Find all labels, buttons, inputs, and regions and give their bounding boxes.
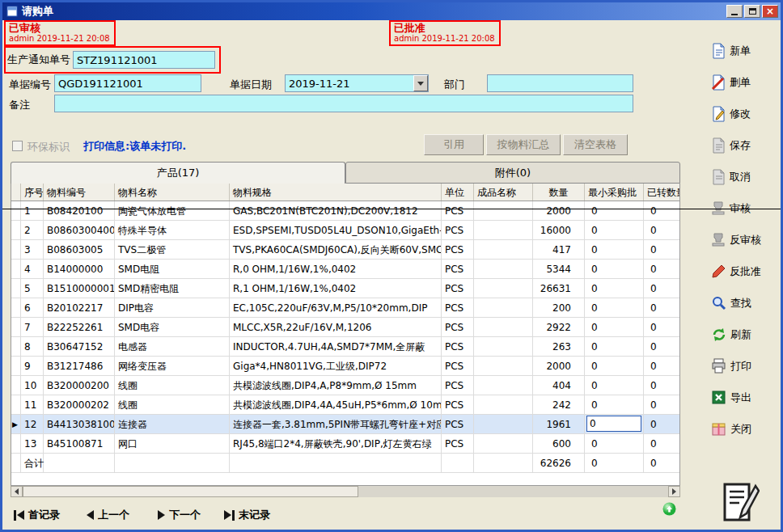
cell-spec: 连接器一套,3.81mm,5PIN带耳螺孔弯针座+对应	[230, 415, 442, 433]
sidebar-item-modify[interactable]: 修改	[711, 98, 783, 129]
doc-date-dropdown-button[interactable]	[413, 75, 428, 91]
table-row[interactable]: 8B30647152电感器INDUCTOR,4.7UH,4A,SMD7*7MM,…	[11, 337, 679, 357]
nav-first-record[interactable]: 首记录	[14, 508, 60, 522]
sidebar-item-unaudit[interactable]: 反审核	[711, 224, 783, 255]
table-row[interactable]: 6B20102217DIP电容EC,105C,220uF/63V,M,P5/10…	[11, 298, 679, 318]
scroll-right-button[interactable]	[668, 486, 680, 497]
cell-name: 线圈	[115, 395, 230, 414]
table-row[interactable]: 13B45100871网口RJ45,8端口2*4,屏蔽铁壳,90',DIP,灯左…	[11, 434, 679, 454]
cell-product	[474, 415, 533, 433]
production-notice-input[interactable]	[73, 51, 215, 69]
scroll-left-button[interactable]	[11, 486, 23, 497]
header-code[interactable]: 物料编号	[44, 184, 115, 201]
header-name[interactable]: 物料名称	[115, 184, 230, 201]
cell-product	[474, 298, 533, 317]
nav-previous-record[interactable]: 上一个	[87, 508, 129, 522]
header-trans[interactable]: 已转数量	[644, 184, 680, 201]
tab-attachments[interactable]: 附件(0)	[345, 162, 680, 184]
sidebar-item-new[interactable]: 新单	[711, 35, 783, 66]
table-row[interactable]: ▶12B4413038100连接器连接器一套,3.81mm,5PIN带耳螺孔弯针…	[11, 415, 679, 434]
min-qty-editor[interactable]: 0	[586, 416, 641, 432]
sidebar-item-save[interactable]: 保存	[711, 129, 783, 161]
cell-min: 0	[585, 337, 644, 356]
header-qty[interactable]: 数量	[533, 184, 585, 201]
cell-trans: 0	[644, 395, 680, 414]
eco-checkbox[interactable]	[12, 141, 23, 151]
status-orb-button[interactable]	[662, 502, 676, 519]
doc-date-combo[interactable]: 2019-11-21	[285, 74, 429, 92]
chevron-down-icon	[417, 82, 424, 86]
cell-qty: 242	[533, 395, 585, 414]
header-spec[interactable]: 物料规格	[230, 184, 442, 201]
table-row[interactable]: 9B31217486网络变压器Giga*4,HN8011VG,工业级,DIP72…	[11, 357, 679, 376]
cell-qty: 263	[533, 337, 585, 356]
sidebar-item-close[interactable]: 关闭	[711, 413, 783, 445]
minimize-button[interactable]	[726, 5, 743, 18]
scrollbar-thumb[interactable]	[23, 486, 358, 497]
cell-no: 9	[21, 357, 44, 375]
table-row[interactable]: 3B08603005TVS二极管TVS,PKA60CA(SMDJ60CA),反向…	[11, 240, 679, 260]
cell-no: 6	[21, 298, 44, 317]
scroll-right-icon	[672, 488, 676, 495]
row-indicator	[11, 376, 21, 395]
table-row[interactable]: 5B1510000001SMD精密电阻R,1 OHM,1/16W,1%,0402…	[11, 279, 679, 298]
clear-table-button[interactable]: 清空表格	[563, 134, 628, 155]
table-row[interactable]: 11B320000202线圈共模滤波线圈,DIP4,4A,45uH,P5*6mm…	[11, 395, 679, 415]
horizontal-scrollbar[interactable]	[11, 486, 680, 497]
titlebar[interactable]: 请购单 ×	[2, 2, 781, 20]
cell-min: 0	[585, 201, 644, 220]
row-indicator	[11, 221, 21, 239]
product-table-rows: 1B08420100陶瓷气体放电管GAS,BC201N(BTC201N),DC2…	[11, 201, 679, 454]
sidebar-item-find[interactable]: 查找	[711, 287, 783, 319]
cell-name: 线圈	[115, 376, 230, 395]
nav-last-label: 末记录	[239, 508, 270, 522]
cell-unit: PCS	[442, 318, 474, 336]
table-row[interactable]: 10B320000200线圈共模滤波线圈,DIP4,A,P8*9mm,Ø 15m…	[11, 376, 679, 395]
refresh-icon	[711, 327, 726, 342]
tab-products[interactable]: 产品(17)	[11, 162, 345, 184]
header-unit[interactable]: 单位	[442, 184, 474, 201]
nav-next-record[interactable]: 下一个	[158, 508, 201, 522]
doc-no-input[interactable]	[54, 74, 201, 92]
sidebar-item-refresh[interactable]: 刷新	[711, 319, 783, 350]
cell-code: B31217486	[44, 357, 115, 375]
cell-min: 0	[585, 318, 644, 336]
total-indicator	[11, 454, 21, 473]
table-row[interactable]: 4B14000000SMD电阻R,0 OHM,1/16W,1%,0402PCS5…	[11, 260, 679, 279]
close-button[interactable]: ×	[762, 5, 778, 18]
cell-name: TVS二极管	[115, 240, 230, 259]
summarize-by-material-button[interactable]: 按物料汇总	[486, 134, 561, 155]
cell-code: B30647152	[44, 337, 115, 356]
cell-trans: 0	[644, 415, 680, 433]
search-icon	[711, 295, 726, 310]
restore-icon	[749, 8, 756, 15]
sidebar-item-print[interactable]: 打印	[711, 350, 783, 382]
header-product[interactable]: 成品名称	[474, 184, 533, 201]
restore-button[interactable]	[744, 5, 760, 18]
cell-min: 0	[585, 298, 644, 317]
production-notice-frame: 生产通知单号	[4, 46, 221, 74]
cell-product	[474, 221, 533, 239]
sidebar-item-delete[interactable]: 删单	[711, 66, 783, 98]
cell-product	[474, 434, 533, 453]
table-row[interactable]: 2B0860300400特殊半导体ESD,SPSEMI,TUSD05L4U_DS…	[11, 221, 679, 240]
cell-trans: 0	[644, 240, 680, 259]
table-row[interactable]: 7B22252261SMD电容MLCC,X5R,22uF/16V,M,1206P…	[11, 318, 679, 337]
scrollbar-track[interactable]	[358, 486, 668, 497]
quote-button[interactable]: 引用	[424, 134, 484, 155]
sidebar-item-cancel[interactable]: 取消	[711, 161, 783, 192]
cell-product	[474, 201, 533, 220]
close-box-icon	[711, 421, 726, 437]
dept-input[interactable]	[487, 74, 633, 92]
row-indicator	[11, 298, 21, 317]
cell-spec: EC,105C,220uF/63V,M,P5/10*20mm,DIP	[230, 298, 442, 317]
table-row[interactable]: 1B08420100陶瓷气体放电管GAS,BC201N(BTC201N),DC2…	[11, 201, 679, 221]
cell-qty: 16000	[533, 221, 585, 239]
header-min[interactable]: 最小采购批	[585, 184, 644, 201]
remark-input[interactable]	[54, 95, 633, 112]
sidebar-item-unapprove[interactable]: 反批准	[711, 255, 783, 287]
nav-last-record[interactable]: 末记录	[224, 508, 270, 522]
header-no[interactable]: 序号	[21, 184, 44, 201]
minimize-icon	[731, 14, 738, 15]
sidebar-item-export[interactable]: 导出	[711, 382, 783, 413]
